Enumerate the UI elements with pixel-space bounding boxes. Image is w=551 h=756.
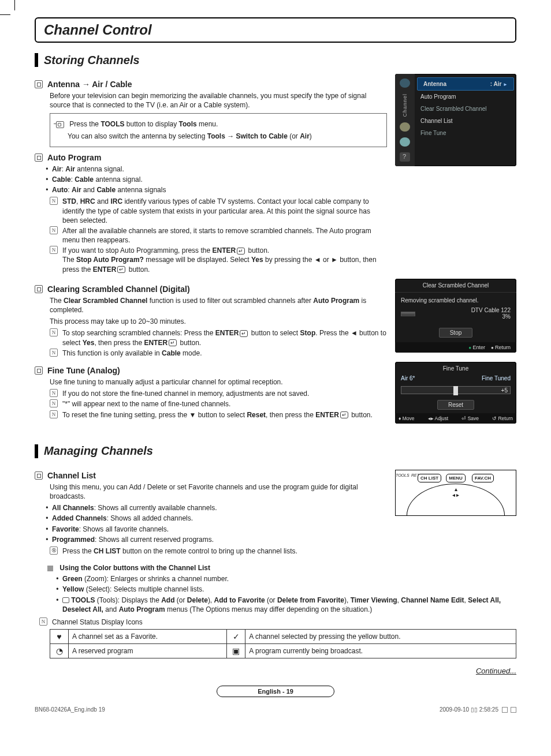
slider-thumb[interactable] <box>453 386 458 395</box>
subhead-color-buttons: Using the Color buttons with the Channel… <box>47 564 516 572</box>
osd-foot-save: ⏎ Save <box>461 416 479 421</box>
osd-row-fine-tune[interactable]: Fine Tune <box>415 127 516 139</box>
continued-label: Continued... <box>35 667 516 675</box>
remote-dpad-ring <box>407 484 505 516</box>
list-item: Programmed: Shows all current reserved p… <box>52 535 387 544</box>
osd-sidebar: Channel <box>395 74 415 166</box>
osd-foot-adjust: ◂▸ Adjust <box>428 416 449 421</box>
clearing-p1: The Clear Scrambled Channel function is … <box>50 296 387 315</box>
page-footer: English - 19 <box>35 686 516 697</box>
note-clearing-stop: N To stop searching scrambled channels: … <box>50 328 387 347</box>
section-head-managing: Managing Channels <box>35 444 516 458</box>
note-fine-1: N If you do not store the fine-tuned cha… <box>50 389 387 398</box>
status-desc: A program currently being broadcast. <box>245 644 516 658</box>
note-icon: N <box>50 197 58 205</box>
note-icon: N <box>39 617 47 626</box>
chapter-title-box: Channel Control <box>35 17 516 43</box>
osd-row-auto-program[interactable]: Auto Program <box>415 91 516 103</box>
list-item: Favorite: Shows all favorite channels. <box>52 525 387 534</box>
osd-foot-move: ♦ Move <box>399 416 415 421</box>
remote-illustration: CH LIST MENU FAV.CH TOOLS RETURN ▴◂ ▸ <box>395 470 516 516</box>
chapter-title: Channel Control <box>44 22 507 38</box>
list-item: All Channels: Shows all currently availa… <box>52 503 387 512</box>
osd-icon-antenna <box>400 137 410 147</box>
tools-line-1: Press the TOOLS button to display Tools … <box>56 119 381 129</box>
subsection-title-fine-tune: Fine Tune (Analog) <box>47 366 120 375</box>
osd-fine-slider[interactable]: +5 <box>401 386 511 394</box>
status-desc: A channel set as a Favorite. <box>69 630 227 644</box>
status-icons-table: ♥ A channel set as a Favorite. ✓ A chann… <box>50 629 516 658</box>
subsection-title-channel-list: Channel List <box>47 471 96 480</box>
osd-clear-title: Clear Scrambled Channel <box>395 279 516 293</box>
osd-fine-status: Fine Tuned <box>482 375 511 381</box>
fine-p1: Use fine tuning to manually adjust a par… <box>50 377 387 387</box>
note-std-hrc-irc: N STD, HRC and IRC identify various type… <box>50 197 387 225</box>
enter-icon <box>117 266 125 273</box>
osd-main: Antenna : Air ► Auto Program Clear Scram… <box>415 74 516 166</box>
osd-stop-button[interactable]: Stop <box>439 328 473 338</box>
subsection-fine-tune: Fine Tune (Analog) <box>35 366 387 375</box>
list-item: Yellow (Select): Selects multiple channe… <box>62 585 516 594</box>
section-bar <box>35 444 38 458</box>
osd-reset-button[interactable]: Reset <box>437 400 474 410</box>
list-item: Air: Air antenna signal. <box>52 164 387 174</box>
osd-foot-enter: Enter <box>468 345 485 350</box>
section-title-managing: Managing Channels <box>44 444 153 458</box>
channel-list-p1: Using this menu, you can Add / Delete or… <box>50 482 387 501</box>
status-desc: A reserved program <box>69 644 227 658</box>
note-remove-scrambled: N After all the available channels are s… <box>50 226 387 245</box>
osd-foot-return: Return <box>491 345 511 350</box>
print-timestamp: 2009-09-10 ▯▯ 2:58:25 <box>440 706 498 713</box>
subsection-title-auto-program: Auto Program <box>47 153 101 162</box>
clearing-p2: This process may take up to 20~30 minute… <box>50 317 387 326</box>
square-bullet-icon <box>35 366 43 375</box>
note-icon: N <box>50 410 58 418</box>
osd-icon-gear <box>400 122 410 132</box>
square-bullet-icon <box>35 154 43 162</box>
tools-icon <box>56 121 64 128</box>
note-stop-auto: N If you want to stop Auto Programming, … <box>50 246 387 274</box>
remote-note-icon: ⦿ <box>50 547 58 555</box>
subsection-channel-list: Channel List <box>35 471 387 480</box>
osd-row-clear-scrambled[interactable]: Clear Scrambled Channel <box>415 103 516 115</box>
osd-row-antenna[interactable]: Antenna : Air ► <box>417 77 514 91</box>
antenna-paragraph: Before your television can begin memoriz… <box>50 91 387 110</box>
note-icon: N <box>50 246 58 254</box>
remote-btn-menu: MENU <box>446 474 466 482</box>
list-item: Green (Zoom): Enlarges or shrinks a chan… <box>62 574 516 583</box>
osd-fine-tune: Fine Tune Air 6* Fine Tuned +5 Reset ♦ M… <box>395 362 516 424</box>
osd-row-channel-list[interactable]: Channel List <box>415 115 516 127</box>
osd-clear-channel: DTV Cable 122 <box>471 307 511 313</box>
enter-icon <box>340 411 348 418</box>
note-icon: N <box>50 226 58 234</box>
section-head-storing: Storing Channels <box>35 53 516 67</box>
osd-icon-power <box>400 78 410 88</box>
clock-icon: ◔ <box>50 644 69 658</box>
note-fine-3: N To reset the fine tuning setting, pres… <box>50 410 387 420</box>
square-bullet-icon <box>35 80 43 88</box>
tools-icon <box>62 597 69 603</box>
enter-icon <box>240 330 248 337</box>
note-icon: N <box>50 349 58 357</box>
osd-foot-return: ↺ Return <box>492 416 513 421</box>
list-item: Cable: Cable antenna signal. <box>52 175 387 184</box>
list-item: Added Channels: Shows all added channels… <box>52 514 387 523</box>
note-icon: N <box>50 399 58 407</box>
square-bullet-icon <box>35 471 43 480</box>
remote-label-tools: TOOLS <box>396 473 409 477</box>
square-bullet-icon <box>35 285 43 293</box>
status-desc: A channel selected by pressing the yello… <box>245 630 516 644</box>
grey-square-icon <box>47 566 53 571</box>
color-swatch <box>502 707 508 713</box>
section-bar <box>35 53 38 67</box>
osd-progress-bar <box>401 312 415 316</box>
osd-fine-value: +5 <box>501 387 508 395</box>
enter-icon <box>169 339 177 346</box>
print-footer: BN68-02426A_Eng.indb 19 2009-09-10 ▯▯ 2:… <box>35 706 516 713</box>
tools-callout-box: Press the TOOLS button to display Tools … <box>50 113 387 147</box>
osd-icon-help <box>400 152 410 162</box>
subsection-title-clearing: Clearing Scrambled Channel (Digital) <box>47 285 190 294</box>
list-item: TOOLS (Tools): Displays the Add (or Dele… <box>62 596 516 614</box>
check-icon: ✓ <box>227 630 245 644</box>
section-title-storing: Storing Channels <box>44 54 140 67</box>
